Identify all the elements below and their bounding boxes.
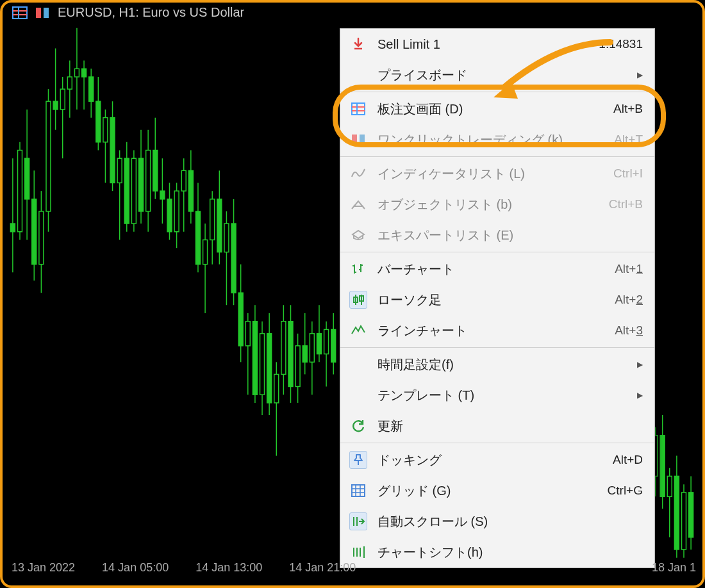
svg-rect-53 (195, 211, 200, 265)
blank-icon (349, 386, 367, 404)
svg-rect-31 (117, 158, 122, 183)
x-axis-label: 14 Jan 21:00 (289, 561, 356, 579)
bar-chart-icon (349, 260, 367, 278)
menu-separator (340, 92, 654, 92)
menu-sell-limit[interactable]: Sell Limit 1 1.14831 (340, 29, 654, 60)
x-axis-label: 14 Jan 05:00 (102, 561, 169, 579)
svg-rect-27 (103, 118, 108, 142)
svg-rect-7 (32, 199, 37, 265)
menu-grid-shortcut: Ctrl+G (608, 484, 643, 498)
svg-rect-109 (689, 493, 693, 537)
svg-rect-47 (174, 191, 179, 232)
menu-docking-label: ドッキング (377, 452, 602, 469)
svg-rect-25 (96, 101, 101, 142)
svg-rect-77 (281, 322, 286, 375)
menu-separator (340, 252, 654, 252)
chart-title-text: EURUSD, H1: Euro vs US Dollar (58, 5, 244, 20)
menu-separator (340, 156, 654, 157)
menu-expert-label: エキスパートリスト (E) (377, 227, 643, 244)
svg-rect-5 (25, 158, 29, 199)
svg-rect-65 (238, 293, 243, 346)
menu-timeframes-label: 時間足設定(f) (377, 356, 627, 373)
menu-object-list[interactable]: オブジェクトリスト (b) Ctrl+B (340, 189, 654, 220)
svg-rect-105 (674, 476, 679, 549)
blank-icon (349, 355, 367, 373)
menu-expert-list[interactable]: エキスパートリスト (E) (340, 220, 654, 250)
expert-icon (349, 226, 367, 244)
blank-icon (349, 66, 367, 84)
svg-rect-45 (167, 199, 172, 232)
grid-icon (349, 482, 367, 500)
menu-candle-label: ローソク足 (377, 291, 604, 309)
menu-depth-of-market[interactable]: 板注文画面 (D) Alt+B (340, 94, 654, 124)
svg-rect-63 (231, 224, 236, 293)
chart-area[interactable]: EURUSD, H1: Euro vs US Dollar Sell Limit… (0, 0, 705, 588)
down-arrow-icon (349, 35, 367, 53)
menu-depth-shortcut: Alt+B (613, 102, 643, 116)
menu-bar-shortcut: Alt+1 (615, 262, 643, 276)
one-click-trading-icon (35, 6, 51, 20)
svg-rect-29 (110, 118, 115, 183)
svg-rect-69 (253, 322, 257, 395)
svg-rect-87 (317, 334, 321, 354)
menu-indicator-list[interactable]: インディケータリスト (L) Ctrl+I (340, 158, 654, 189)
svg-rect-19 (74, 69, 79, 77)
menu-chartshift-label: チャートシフト(h) (377, 544, 643, 561)
menu-price-board[interactable]: プライスボード ▶ (340, 60, 654, 90)
svg-rect-71 (260, 334, 265, 395)
menu-bar-chart[interactable]: バーチャート Alt+1 (340, 254, 654, 284)
svg-rect-81 (295, 346, 300, 387)
menu-timeframes[interactable]: 時間足設定(f) ▶ (340, 349, 654, 380)
menu-templates-label: テンプレート (T) (377, 387, 627, 404)
menu-docking-shortcut: Alt+D (613, 453, 643, 467)
svg-rect-73 (267, 334, 272, 403)
svg-rect-15 (60, 89, 65, 110)
menu-indicator-shortcut: Ctrl+I (613, 167, 643, 181)
menu-one-click-trading[interactable]: ワンクリックトレーディング (k) Alt+T (340, 124, 654, 155)
menu-line-label: ラインチャート (377, 322, 604, 339)
menu-autoscroll[interactable]: 自動スクロール (S) (340, 506, 654, 537)
svg-rect-122 (360, 135, 365, 145)
svg-rect-43 (160, 191, 165, 199)
submenu-arrow-icon: ▶ (637, 391, 643, 400)
menu-sell-limit-label: Sell Limit 1 (377, 37, 588, 52)
svg-rect-107 (682, 493, 686, 550)
menu-autoscroll-label: 自動スクロール (S) (377, 513, 643, 530)
svg-rect-91 (331, 329, 336, 362)
svg-rect-75 (274, 374, 279, 403)
depth-of-market-icon (349, 100, 367, 118)
menu-depth-label: 板注文画面 (D) (377, 101, 603, 118)
svg-rect-117 (352, 103, 365, 115)
svg-rect-115 (44, 8, 49, 18)
menu-grid[interactable]: グリッド (G) Ctrl+G (340, 475, 654, 506)
pin-icon (349, 451, 367, 469)
svg-rect-3 (18, 151, 22, 232)
svg-rect-9 (39, 211, 44, 265)
svg-rect-37 (139, 158, 144, 211)
svg-rect-55 (203, 240, 208, 264)
menu-one-click-shortcut: Alt+T (614, 133, 643, 147)
menu-line-chart[interactable]: ラインチャート Alt+3 (340, 315, 654, 346)
svg-rect-1 (10, 224, 15, 232)
svg-rect-103 (667, 476, 672, 496)
svg-rect-110 (13, 7, 27, 19)
menu-refresh[interactable]: 更新 (340, 411, 654, 441)
submenu-arrow-icon: ▶ (637, 360, 643, 369)
svg-rect-35 (131, 158, 136, 224)
x-axis: 13 Jan 2022 14 Jan 05:00 14 Jan 13:00 14… (3, 561, 702, 579)
svg-rect-17 (67, 77, 72, 89)
menu-object-shortcut: Ctrl+B (609, 197, 643, 211)
chartshift-icon (349, 543, 367, 561)
menu-price-board-label: プライスボード (377, 67, 627, 84)
svg-rect-49 (181, 170, 186, 191)
menu-sell-limit-price: 1.14831 (599, 37, 643, 51)
menu-templates[interactable]: テンプレート (T) ▶ (340, 380, 654, 411)
svg-rect-133 (352, 485, 365, 496)
menu-separator (340, 443, 654, 443)
menu-docking[interactable]: ドッキング Alt+D (340, 445, 654, 475)
svg-rect-89 (324, 329, 329, 354)
menu-candle-chart[interactable]: ローソク足 Alt+2 (340, 284, 654, 315)
svg-rect-21 (82, 69, 87, 77)
svg-rect-101 (660, 436, 665, 496)
object-list-icon (349, 195, 367, 213)
